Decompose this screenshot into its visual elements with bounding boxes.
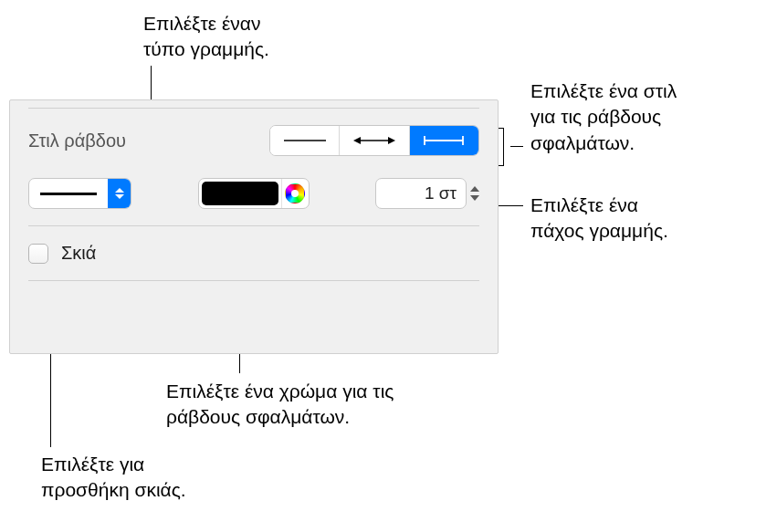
callout-line-width: Επιλέξτε ένα πάχος γραμμής. [530, 193, 668, 245]
line-width-stepper[interactable]: 1 στ [375, 178, 479, 209]
callout-color: Επιλέξτε ένα χρώμα για τις ράβδους σφαλμ… [166, 379, 394, 431]
svg-marker-2 [353, 137, 361, 144]
shadow-row: Σκιά [28, 226, 479, 280]
divider [28, 280, 479, 281]
stepper-arrows[interactable] [470, 186, 479, 201]
color-picker-button[interactable] [281, 179, 309, 208]
line-plain-icon [282, 135, 328, 146]
line-cap-icon [421, 134, 467, 147]
bar-style-option-plain[interactable] [270, 126, 340, 155]
callout-leader-bar-style [510, 146, 523, 147]
line-arrow-icon [352, 135, 397, 146]
chevron-updown-icon[interactable] [108, 179, 131, 208]
line-width-field[interactable]: 1 στ [375, 178, 467, 209]
callout-bar-style: Επιλέξτε ένα στιλ για τις ράβδους σφαλμά… [530, 78, 677, 156]
color-well[interactable] [198, 178, 310, 209]
bar-style-option-arrow[interactable] [340, 126, 409, 155]
line-options-row: 1 στ [28, 172, 479, 225]
shadow-label: Σκιά [61, 243, 96, 264]
callout-line-type: Επιλέξτε έναν τύπο γραμμής. [143, 11, 269, 63]
stepper-up-icon[interactable] [470, 186, 479, 192]
svg-marker-3 [388, 137, 395, 144]
shadow-checkbox[interactable] [28, 244, 48, 264]
line-solid-icon [40, 193, 97, 195]
callout-shadow: Επιλέξτε για προσθήκη σκιάς. [41, 452, 186, 504]
callout-bracket-bar-style [503, 128, 504, 166]
line-width-value: 1 στ [425, 183, 457, 203]
color-wheel-icon [285, 183, 305, 203]
line-type-popup[interactable] [28, 178, 131, 209]
bar-style-panel: Στιλ ράβδου [9, 99, 499, 354]
line-type-preview [29, 193, 108, 195]
bar-style-label: Στιλ ράβδου [28, 130, 126, 151]
bar-style-segmented[interactable] [269, 125, 479, 156]
bar-style-row: Στιλ ράβδου [28, 109, 479, 172]
bar-style-option-cap[interactable] [410, 126, 478, 155]
color-swatch[interactable] [202, 182, 278, 205]
stepper-down-icon[interactable] [470, 195, 479, 201]
